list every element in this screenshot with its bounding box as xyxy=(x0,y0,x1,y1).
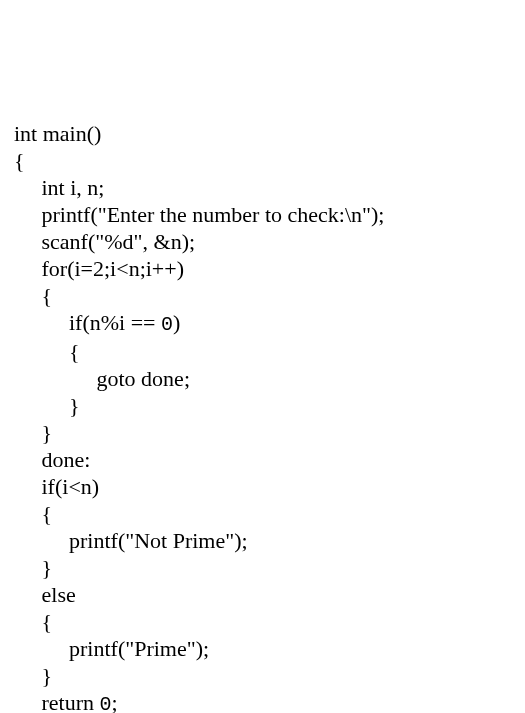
code-line-part: return xyxy=(14,690,100,713)
code-line: if(i<n) xyxy=(14,474,99,499)
digit-zero: 0 xyxy=(161,313,173,336)
code-line: } xyxy=(14,663,52,688)
code-line-part: ) xyxy=(173,310,180,335)
code-line: { xyxy=(14,283,52,308)
code-line: printf("Enter the number to check:\n"); xyxy=(14,202,384,227)
code-line: { xyxy=(14,501,52,526)
code-line: { xyxy=(14,148,25,173)
code-line: printf("Not Prime"); xyxy=(14,528,248,553)
code-line: printf("Prime"); xyxy=(14,636,209,661)
code-line: goto done; xyxy=(14,366,190,391)
code-line: { xyxy=(14,339,80,364)
code-line: int i, n; xyxy=(14,175,104,200)
code-line-part: ; xyxy=(112,690,118,713)
code-line: scanf("%d", &n); xyxy=(14,229,195,254)
code-line: done: xyxy=(14,447,90,472)
code-line-part: if(n%i == xyxy=(14,310,161,335)
code-line: int main() xyxy=(14,121,101,146)
digit-zero: 0 xyxy=(100,693,112,713)
code-line: for(i=2;i<n;i++) xyxy=(14,256,184,281)
code-line: } xyxy=(14,555,52,580)
code-line: { xyxy=(14,609,52,634)
code-snippet: int main() { int i, n; printf("Enter the… xyxy=(14,120,511,713)
code-line: } xyxy=(14,420,52,445)
code-line: } xyxy=(14,393,80,418)
code-line: else xyxy=(14,582,76,607)
